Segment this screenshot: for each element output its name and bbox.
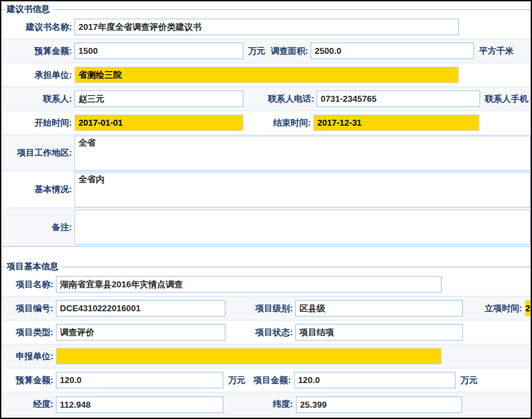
basic-info-textarea[interactable] <box>74 172 531 208</box>
project-type-label: 项目类型: <box>1 327 53 339</box>
project-name-row: 项目名称: <box>1 273 531 297</box>
proposal-info-section: 建议书信息 建议书名称: 预算金额: 万元 调查面积: 平方千米 承担单位: 联… <box>1 1 531 247</box>
form-page: 建议书信息 建议书名称: 预算金额: 万元 调查面积: 平方千米 承担单位: 联… <box>0 0 532 419</box>
work-area-row: 项目工作地区: <box>1 135 531 172</box>
proposal-name-field[interactable] <box>74 19 459 35</box>
remarks-textarea[interactable] <box>74 210 531 245</box>
work-area-label: 项目工作地区: <box>1 147 72 159</box>
project-budget-row: 预算金额: 万元 项目金额: 万元 <box>1 368 531 392</box>
project-amount-field[interactable] <box>294 372 456 388</box>
approval-time-label: 立项时间: <box>485 303 522 315</box>
contact-mobile-label: 联系人手机 <box>485 93 528 105</box>
project-section-legend: 项目基本信息 <box>1 259 531 273</box>
contact-phone-label: 联系人电话: <box>268 93 314 105</box>
start-date-label: 开始时间: <box>1 117 72 129</box>
legend-rule-line <box>53 9 531 10</box>
contact-row: 联系人: 联系人电话: 联系人手机 <box>1 87 531 111</box>
proposal-budget-unit: 万元 <box>248 45 265 57</box>
project-budget-label: 预算金额: <box>1 374 53 386</box>
longitude-field[interactable] <box>56 396 223 413</box>
survey-area-unit: 平方千米 <box>479 45 513 57</box>
contact-field[interactable] <box>74 90 243 107</box>
project-code-label: 项目编号: <box>1 303 53 315</box>
project-code-row: 项目编号: 项目级别: 立项时间: 2 <box>1 297 531 321</box>
section-gap <box>1 247 531 259</box>
survey-area-field[interactable] <box>311 43 474 59</box>
project-budget-field[interactable] <box>56 372 223 388</box>
approval-time-field[interactable]: 2 <box>525 300 531 317</box>
remarks-row: 备注: <box>1 208 531 246</box>
project-status-field[interactable] <box>295 324 463 341</box>
end-date-label: 结束时间: <box>273 117 311 129</box>
remarks-label: 备注: <box>1 221 72 233</box>
undertaker-row: 承担单位: <box>1 63 531 87</box>
project-amount-label: 项目金额: <box>253 374 291 386</box>
project-type-row: 项目类型: 项目状态: <box>1 321 531 345</box>
proposal-budget-label: 预算金额: <box>1 45 72 57</box>
budget-area-row: 预算金额: 万元 调查面积: 平方千米 <box>1 39 531 63</box>
project-name-field[interactable] <box>56 276 442 293</box>
contact-label: 联系人: <box>1 93 72 105</box>
applicant-field[interactable] <box>56 348 442 364</box>
project-level-field[interactable] <box>295 300 463 317</box>
project-type-field[interactable] <box>56 324 225 341</box>
proposal-name-label: 建议书名称: <box>1 21 72 33</box>
project-level-label: 项目级别: <box>255 303 293 315</box>
end-date-field[interactable] <box>313 114 479 131</box>
project-amount-unit: 万元 <box>460 374 477 386</box>
undertaker-label: 承担单位: <box>1 69 72 81</box>
contact-phone-field[interactable] <box>317 90 480 107</box>
proposal-name-row: 建议书名称: <box>1 15 531 39</box>
start-date-field[interactable] <box>74 114 243 131</box>
undertaker-field[interactable] <box>74 67 459 83</box>
project-code-field[interactable] <box>56 300 225 317</box>
applicant-label: 申报单位: <box>1 350 53 362</box>
coordinates-row: 经度: 纬度: <box>1 392 531 416</box>
project-name-label: 项目名称: <box>1 279 53 291</box>
latitude-label: 纬度: <box>273 398 293 410</box>
project-section-title: 项目基本信息 <box>5 261 62 273</box>
proposal-section-title: 建议书信息 <box>5 3 53 15</box>
project-status-label: 项目状态: <box>255 327 293 339</box>
basic-info-label: 基本情况: <box>1 184 72 196</box>
work-area-textarea[interactable] <box>74 136 531 171</box>
longitude-label: 经度: <box>1 398 53 410</box>
project-info-section: 项目基本信息 项目名称: 项目编号: 项目级别: 立项时间: 2 项目类型: 项… <box>1 259 531 416</box>
basic-info-row: 基本情况: <box>1 172 531 208</box>
proposal-budget-field[interactable] <box>74 43 243 59</box>
latitude-field[interactable] <box>296 396 462 413</box>
proposal-section-legend: 建议书信息 <box>1 1 531 15</box>
project-budget-unit: 万元 <box>228 374 245 386</box>
applicant-row: 申报单位: <box>1 345 531 368</box>
dates-row: 开始时间: 结束时间: <box>1 111 531 135</box>
legend-rule-line <box>62 267 531 267</box>
survey-area-label: 调查面积: <box>271 45 308 57</box>
